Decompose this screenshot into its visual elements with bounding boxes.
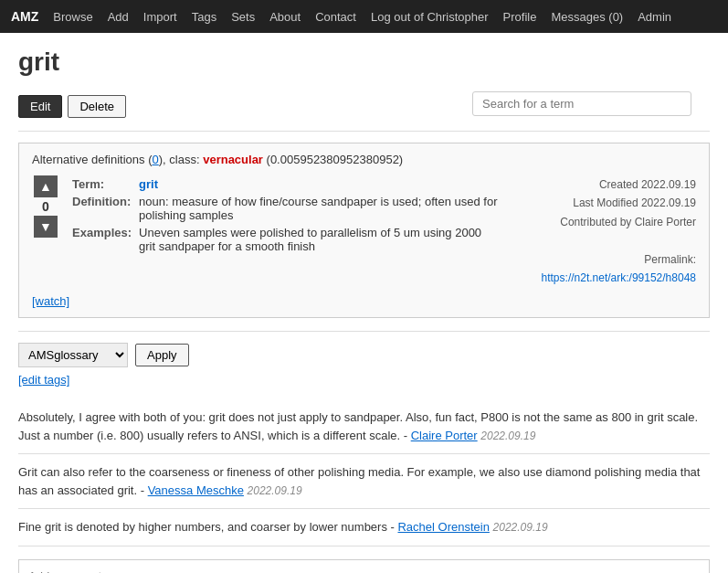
nav-add[interactable]: Add bbox=[108, 10, 129, 24]
contributed-by: Contributed by Claire Porter bbox=[513, 213, 696, 231]
comment-date-1: 2022.09.19 bbox=[248, 484, 302, 497]
comment-author-1[interactable]: Vanessa Meschke bbox=[148, 483, 244, 497]
nav-brand[interactable]: AMZ bbox=[11, 9, 38, 24]
comment-item: Absolutely, I agree with both of you: gr… bbox=[18, 399, 710, 454]
search-input[interactable] bbox=[472, 91, 691, 116]
term-label: Term: bbox=[69, 175, 135, 193]
modified-date: Last Modified 2022.09.19 bbox=[513, 194, 696, 212]
delete-button[interactable]: Delete bbox=[68, 95, 126, 118]
tag-row: AMSglossary Apply bbox=[18, 343, 710, 367]
comment-section: Absolutely, I agree with both of you: gr… bbox=[18, 399, 710, 546]
alt-def-text: Alternative definitions ( bbox=[32, 153, 153, 166]
comment-author-2[interactable]: Rachel Orenstein bbox=[397, 520, 489, 534]
nav-import[interactable]: Import bbox=[143, 10, 177, 24]
comment-date-0: 2022.09.19 bbox=[480, 430, 535, 442]
comment-date-2: 2022.09.19 bbox=[493, 521, 548, 534]
divider-1 bbox=[18, 131, 710, 132]
navbar: AMZ Browse Add Import Tags Sets About Co… bbox=[0, 0, 728, 33]
nav-sets[interactable]: Sets bbox=[231, 10, 255, 24]
nav-profile[interactable]: Profile bbox=[503, 10, 537, 24]
comment-text-2: Fine grit is denoted by higher numbers, … bbox=[18, 520, 397, 534]
add-comment-box bbox=[18, 559, 710, 573]
search-bar bbox=[472, 91, 691, 116]
page-title: grit bbox=[18, 48, 59, 77]
alt-def-suffix: ), class: bbox=[159, 153, 200, 166]
edit-button[interactable]: Edit bbox=[18, 95, 62, 118]
nav-admin[interactable]: Admin bbox=[638, 10, 671, 24]
nav-browse[interactable]: Browse bbox=[53, 10, 92, 24]
nav-logout[interactable]: Log out of Christopher bbox=[371, 10, 489, 24]
header-area: grit bbox=[18, 48, 710, 86]
nav-messages[interactable]: Messages (0) bbox=[551, 10, 623, 24]
tag-section: AMSglossary Apply [edit tags] bbox=[18, 343, 710, 387]
comment-text-1: Grit can also refer to the coarseness or… bbox=[18, 465, 700, 497]
class-value: vernacular bbox=[203, 153, 263, 166]
apply-button[interactable]: Apply bbox=[135, 344, 189, 366]
watch-link[interactable]: [watch] bbox=[32, 294, 69, 308]
tag-select[interactable]: AMSglossary bbox=[18, 343, 128, 367]
definition-label: Definition: bbox=[69, 193, 135, 224]
permalink-url[interactable]: https://n2t.net/ark:/99152/h8048 bbox=[542, 271, 696, 284]
divider-2 bbox=[18, 331, 710, 332]
comment-item: Fine grit is denoted by higher numbers, … bbox=[18, 509, 710, 546]
nav-contact[interactable]: Contact bbox=[315, 10, 356, 24]
alt-def-count[interactable]: 0 bbox=[153, 153, 159, 166]
score-value: (0.005952380952380952) bbox=[267, 153, 404, 166]
definition-box: Alternative definitions (0), class: vern… bbox=[18, 143, 710, 318]
comment-item: Grit can also refer to the coarseness or… bbox=[18, 454, 710, 509]
nav-tags[interactable]: Tags bbox=[192, 10, 216, 24]
permalink-label: Permalink: bbox=[513, 250, 696, 269]
vote-controls: ▲ 0 ▼ bbox=[32, 175, 59, 287]
definition-inner: ▲ 0 ▼ Term: grit Definition: noun: measu… bbox=[32, 175, 696, 287]
term-value: grit bbox=[139, 177, 158, 191]
nav-about[interactable]: About bbox=[269, 10, 301, 24]
definition-header: Alternative definitions (0), class: vern… bbox=[32, 153, 696, 166]
add-comment-textarea[interactable] bbox=[28, 569, 700, 573]
vote-down-button[interactable]: ▼ bbox=[34, 216, 58, 238]
vote-count: 0 bbox=[42, 199, 49, 214]
vote-up-button[interactable]: ▲ bbox=[34, 175, 58, 197]
edit-tags-link[interactable]: [edit tags] bbox=[18, 373, 710, 387]
examples-label: Examples: bbox=[69, 224, 135, 255]
comment-author-0[interactable]: Claire Porter bbox=[411, 429, 478, 442]
examples-text: Uneven samples were polished to parallel… bbox=[135, 224, 504, 255]
created-date: Created 2022.09.19 bbox=[513, 175, 696, 194]
definition-details: Term: grit Definition: noun: measure of … bbox=[69, 175, 504, 287]
definition-text: noun: measure of how fine/course sandpap… bbox=[135, 193, 504, 224]
comment-text-0: Absolutely, I agree with both of you: gr… bbox=[18, 410, 698, 442]
definition-meta: Created 2022.09.19 Last Modified 2022.09… bbox=[513, 175, 696, 287]
